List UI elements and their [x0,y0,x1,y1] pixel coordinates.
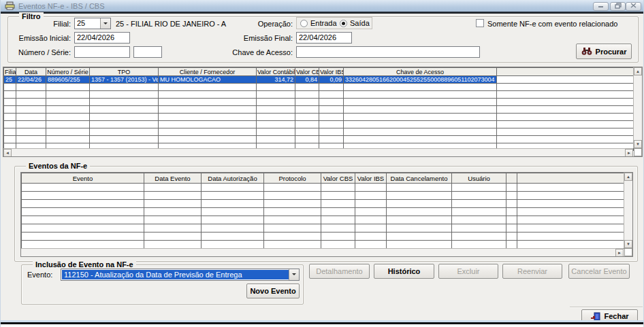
radio-entrada-label[interactable]: Entrada [310,19,337,27]
nfe-empty-row[interactable] [4,91,634,99]
scroll-down-icon[interactable]: ▼ [634,140,642,148]
numero-input[interactable] [74,46,130,58]
procurar-button[interactable]: Procurar [576,44,632,59]
col-cliente-fornecedor[interactable]: Cliente / Fornecedor [159,68,257,76]
restore-icon [615,3,622,9]
historico-label: Histórico [388,267,421,275]
cell-chave-acesso[interactable]: 3326042805166200045255255000889605110207… [344,76,497,84]
close-button[interactable] [626,2,641,11]
evento-value: 112150 - Atualização da Data de Previsão… [62,270,289,279]
nfe-empty-row[interactable] [4,121,634,128]
radio-entrada[interactable] [300,20,308,27]
nfe-vertical-scrollbar[interactable]: ▲ ▼ [633,67,642,148]
window-frame-white-line [1,324,644,327]
eventos-grid: Evento Data Evento Data Autorização Prot… [20,172,633,257]
title-bar: Eventos NF-e - IBS / CBS [1,0,644,12]
detalhamento-button[interactable]: Detalhamento [309,264,370,279]
emissao-inicial-input[interactable]: 22/04/2026 [74,32,130,44]
col-numero-serie[interactable]: Número / Série [46,68,90,76]
cell-tpo[interactable]: 1357 - 1357 (20153) - Venda a V [90,76,159,84]
col-usuario[interactable]: Usuário [452,173,506,184]
emissao-inicial-label: Emissão Inicial: [8,34,71,42]
scroll-up-icon[interactable]: ▲ [634,67,642,75]
col-valor-ibs[interactable]: Valor IBS [319,68,344,76]
eventos-empty-row[interactable] [22,216,625,224]
cancelar-evento-button[interactable]: Cancelar Evento [568,264,630,279]
col-tpo[interactable]: TPO [90,68,159,76]
col-valor-contabil[interactable]: Valor Contábil [257,68,295,76]
col-ev-extra2 [517,173,625,184]
col-valor-cbs[interactable]: Valor CBS [295,68,319,76]
evento-combobox[interactable]: 112150 - Atualização da Data de Previsão… [61,269,300,281]
serie-input[interactable] [133,46,162,58]
eventos-horizontal-scrollbar[interactable]: ► [21,248,624,256]
emissao-final-input[interactable]: 22/04/2026 [296,32,352,44]
eventos-empty-row[interactable] [22,200,625,208]
nfe-table: Filial Data Número / Série TPO Cliente /… [3,67,634,151]
scroll-right-icon[interactable]: ► [625,149,633,157]
cell-filial[interactable]: 25 [4,76,16,84]
cell-valor-cbs[interactable]: 0,84 [295,76,319,84]
somente-nfe-checkbox[interactable] [476,19,484,27]
app-icon [5,1,15,12]
col-protocolo[interactable]: Protocolo [264,173,321,184]
novo-evento-button[interactable]: Novo Evento [246,283,300,298]
operacao-panel: Entrada Saída [296,17,372,29]
col-evento[interactable]: Evento [22,173,144,184]
scroll-down-icon[interactable]: ▼ [624,240,632,248]
inclusao-groupbox: Inclusão de Evento na NF-e Evento: 11215… [21,264,304,305]
cell-numero-serie[interactable]: 889605/255 [46,76,90,84]
nfe-selected-row[interactable]: 25 22/04/26 889605/255 1357 - 1357 (2015… [4,76,634,84]
reenviar-button[interactable]: Reenviar [502,264,562,279]
detalhamento-label: Detalhamento [316,267,363,275]
cell-valor-ibs[interactable]: 0,09 [319,76,344,84]
excluir-button[interactable]: Excluir [438,264,498,279]
col-data[interactable]: Data [16,68,46,76]
cell-extra [497,76,634,84]
filial-combobox[interactable]: 25 [74,18,111,29]
minimize-button[interactable] [593,2,609,11]
eventos-empty-row[interactable] [22,184,625,192]
nfe-empty-row[interactable] [4,99,634,106]
radio-saida[interactable] [340,20,347,27]
filtro-groupbox: Filtro Filial: 25 25 - FILIAL RIO DE JAN… [7,16,639,63]
col-data-autorizacao[interactable]: Data Autorização [202,173,264,184]
col-data-cancelamento[interactable]: Data Cancelamento [387,173,452,184]
eventos-header-row: Evento Data Evento Data Autorização Prot… [22,173,625,184]
eventos-empty-row[interactable] [22,241,625,249]
chave-acesso-input[interactable] [296,46,480,58]
numero-serie-label: Número / Série: [8,48,71,56]
window-title: Eventos NF-e - IBS / CBS [18,2,105,10]
cell-valor-contabil[interactable]: 314,72 [257,76,295,84]
col-ev-valor-ibs[interactable]: Valor IBS [355,173,387,184]
nfe-empty-row[interactable] [4,114,634,121]
nfe-empty-row[interactable] [4,106,634,114]
nfe-empty-row[interactable] [4,84,634,91]
nfe-horizontal-scrollbar[interactable]: ◄ ► [3,148,633,156]
cell-cliente-fornecedor[interactable]: MU HOMOLOGACAO [159,76,257,84]
procurar-label: Procurar [596,48,627,56]
restore-button[interactable] [610,2,626,11]
scroll-right-icon[interactable]: ► [615,249,624,257]
col-ev-valor-cbs[interactable]: Valor CBS [321,173,355,184]
eventos-empty-row[interactable] [22,233,625,241]
col-filial[interactable]: Filial [4,68,16,76]
chevron-down-icon[interactable] [100,18,110,29]
cell-data[interactable]: 22/04/26 [16,76,46,84]
eventos-empty-row[interactable] [22,208,625,216]
eventos-vertical-scrollbar[interactable]: ▲ ▼ [624,173,632,248]
eventos-groupbox: Eventos da NF-e Evento Data Evento Data … [14,166,638,262]
chevron-down-icon[interactable] [289,269,299,280]
nfe-empty-row[interactable] [4,128,634,136]
scroll-left-icon[interactable]: ◄ [3,149,12,157]
col-chave-acesso[interactable]: Chave de Acesso [344,68,497,76]
eventos-empty-row[interactable] [22,192,625,200]
radio-saida-label[interactable]: Saída [350,19,370,27]
nfe-empty-row[interactable] [4,136,634,143]
eventos-empty-row[interactable] [22,224,625,233]
minimize-icon [598,3,604,8]
historico-button[interactable]: Histórico [374,264,434,279]
scroll-up-icon[interactable]: ▲ [624,173,632,181]
col-data-evento[interactable]: Data Evento [144,173,202,184]
somente-nfe-label[interactable]: Somente NF-e com evento relacionado [487,20,617,28]
